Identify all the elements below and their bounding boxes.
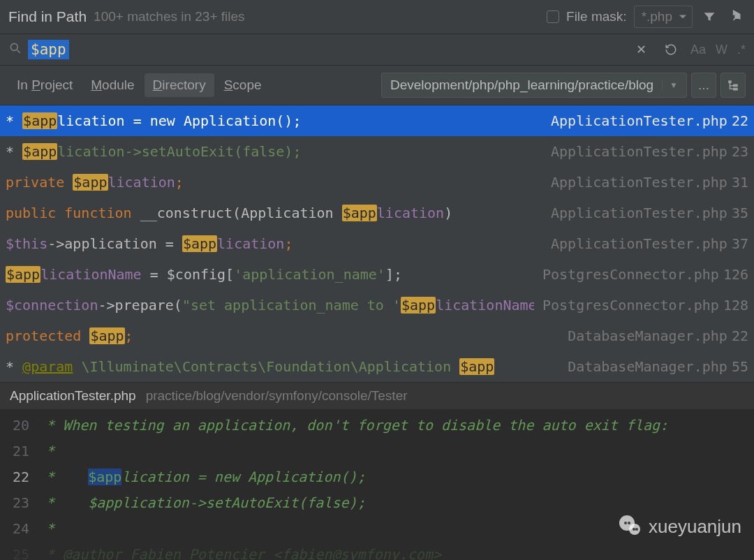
scope-tab-in-project[interactable]: In Project <box>8 73 81 97</box>
svg-rect-3 <box>733 84 738 87</box>
line-number: 23 <box>0 490 38 516</box>
result-file: ApplicationTester.php <box>551 171 727 193</box>
result-file: PostgresConnector.php <box>542 294 719 316</box>
search-input[interactable]: $app <box>28 40 69 59</box>
line-number: 21 <box>0 439 38 464</box>
preview-filepath: practice/blog/vendor/symfony/console/Tes… <box>146 388 408 404</box>
svg-rect-2 <box>728 80 732 83</box>
chat-bubble-icon <box>616 514 644 539</box>
result-file: PostgresConnector.php <box>542 263 719 286</box>
result-code: private $application; <box>6 171 542 193</box>
result-line: 35 <box>732 202 748 224</box>
preview-text: * @author Fabien Potencier <fabien@symfo… <box>38 542 754 560</box>
line-number: 24 <box>0 516 38 542</box>
search-icon <box>8 41 22 59</box>
svg-rect-4 <box>733 88 738 91</box>
result-file: ApplicationTester.php <box>551 140 727 163</box>
line-number: 25 <box>0 542 38 560</box>
file-mask-select[interactable]: *.php <box>634 6 693 28</box>
watermark-text: xueyuanjun <box>649 516 741 538</box>
result-file: ApplicationTester.php <box>551 233 727 255</box>
result-code: $connection->prepare("set application_na… <box>6 294 534 316</box>
svg-point-0 <box>10 43 17 50</box>
line-number: 20 <box>0 413 38 439</box>
scope-tab-directory[interactable]: Directory <box>145 73 214 97</box>
result-row[interactable]: public function __construct(Application … <box>0 198 754 228</box>
clear-icon[interactable]: ✕ <box>632 40 651 59</box>
directory-path-select[interactable]: Development/php/php_learning/practice/bl… <box>381 73 687 98</box>
result-line: 22 <box>732 325 748 347</box>
preview-line: 22 * $application = new Application(); <box>0 464 754 490</box>
result-row[interactable]: $applicationName = $config['application_… <box>0 259 754 290</box>
preview-line: 25 * @author Fabien Potencier <fabien@sy… <box>0 542 754 560</box>
result-line: 128 <box>723 294 748 316</box>
result-row[interactable]: * @param \Illuminate\Contracts\Foundatio… <box>0 351 754 382</box>
pin-icon[interactable] <box>726 7 746 27</box>
result-code: protected $app; <box>6 325 559 347</box>
preview-text: * $application = new Application(); <box>38 464 754 490</box>
result-code: $this->application = $application; <box>6 233 542 255</box>
regex-toggle[interactable]: .* <box>737 43 746 57</box>
dialog-header: Find in Path 100+ matches in 23+ files F… <box>0 0 754 34</box>
result-row[interactable]: * $application = new Application();Appli… <box>0 105 754 136</box>
result-code: * @param \Illuminate\Contracts\Foundatio… <box>6 355 559 378</box>
result-line: 55 <box>732 355 748 378</box>
preview-line: 23 * $application->setAutoExit(false); <box>0 490 754 516</box>
result-code: public function __construct(Application … <box>6 202 542 224</box>
preview-line: 21 * <box>0 439 754 464</box>
preview-line: 20 * When testing an application, don't … <box>0 413 754 439</box>
result-code: * $application = new Application(); <box>6 110 542 132</box>
result-row[interactable]: protected $app;DatabaseManager.php22 <box>0 320 754 351</box>
match-stats: 100+ matches in 23+ files <box>94 9 245 24</box>
result-line: 31 <box>732 171 748 193</box>
results-list: * $application = new Application();Appli… <box>0 105 754 382</box>
watermark: xueyuanjun <box>616 514 741 539</box>
preview-text: * <box>38 439 754 464</box>
svg-line-1 <box>17 50 20 52</box>
chevron-down-icon: ▼ <box>662 80 678 90</box>
scope-tab-scope[interactable]: Scope <box>216 73 270 97</box>
result-line: 37 <box>732 233 748 255</box>
scope-tabs: In ProjectModuleDirectoryScope <box>8 73 270 97</box>
result-row[interactable]: $this->application = $application;Applic… <box>0 228 754 259</box>
result-row[interactable]: $connection->prepare("set application_na… <box>0 290 754 320</box>
match-case-toggle[interactable]: Aa <box>690 43 706 57</box>
result-line: 23 <box>732 140 748 163</box>
result-file: DatabaseManager.php <box>568 355 727 378</box>
preview-text: * When testing an application, don't for… <box>38 413 754 439</box>
result-file: ApplicationTester.php <box>551 110 727 132</box>
scope-tab-module[interactable]: Module <box>82 73 142 97</box>
filter-icon[interactable] <box>700 7 719 27</box>
preview-filename: ApplicationTester.php <box>10 388 136 404</box>
preview-header: ApplicationTester.php practice/blog/vend… <box>0 382 754 410</box>
result-row[interactable]: private $application;ApplicationTester.p… <box>0 167 754 198</box>
result-line: 22 <box>732 110 748 132</box>
file-mask-checkbox[interactable] <box>547 10 559 23</box>
result-file: DatabaseManager.php <box>568 325 727 347</box>
result-line: 126 <box>723 263 748 286</box>
scope-row: In ProjectModuleDirectoryScope Developme… <box>0 66 754 105</box>
result-row[interactable]: * $application->setAutoExit(false);Appli… <box>0 136 754 167</box>
history-icon[interactable] <box>661 40 681 59</box>
result-file: ApplicationTester.php <box>551 202 727 224</box>
whole-word-toggle[interactable]: W <box>716 43 727 57</box>
file-mask-label: File mask: <box>566 9 627 24</box>
result-code: * $application->setAutoExit(false); <box>6 140 542 163</box>
line-number: 22 <box>0 464 38 490</box>
preview-text: * $application->setAutoExit(false); <box>38 490 754 516</box>
dialog-title: Find in Path <box>8 8 87 25</box>
search-row: $app ✕ Aa W .* <box>0 34 754 66</box>
browse-button[interactable]: ... <box>691 73 716 98</box>
result-code: $applicationName = $config['application_… <box>6 263 534 286</box>
tree-icon[interactable] <box>720 73 746 98</box>
directory-path: Development/php/php_learning/practice/bl… <box>390 78 653 93</box>
